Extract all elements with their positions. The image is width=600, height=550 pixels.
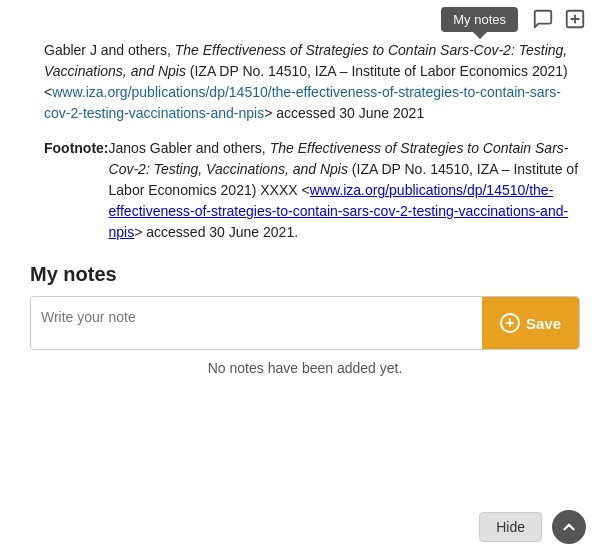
plus-circle-icon: + xyxy=(500,313,520,333)
add-note-icon-btn[interactable] xyxy=(560,6,590,32)
footnote-row: Footnote: Janos Gabler and others, The E… xyxy=(44,138,580,243)
content-area: Gabler J and others, The Effectiveness o… xyxy=(0,36,600,253)
save-label: Save xyxy=(526,315,561,332)
citation-authors: Gabler J and others, xyxy=(44,42,175,58)
my-notes-tooltip: My notes xyxy=(441,7,518,32)
tooltip-label: My notes xyxy=(453,12,506,27)
citation-accessed: > accessed 30 June 2021 xyxy=(264,105,424,121)
top-bar: My notes xyxy=(0,0,600,36)
save-button[interactable]: + Save xyxy=(482,297,579,349)
footnote-section: Footnote: Janos Gabler and others, The E… xyxy=(44,138,580,243)
scroll-to-top-button[interactable] xyxy=(552,510,586,544)
bottom-bar: Hide xyxy=(465,504,600,550)
citation-paragraph: Gabler J and others, The Effectiveness o… xyxy=(44,40,580,124)
footnote-accessed: > accessed 30 June 2021. xyxy=(134,224,298,240)
add-note-icon xyxy=(564,8,586,30)
footnote-authors: Janos Gabler and others, xyxy=(109,140,270,156)
footnote-content: Janos Gabler and others, The Effectivene… xyxy=(109,138,580,243)
comment-icon-btn[interactable] xyxy=(528,6,558,32)
footnote-label: Footnote: xyxy=(44,138,109,159)
my-notes-title: My notes xyxy=(30,263,580,286)
no-notes-text: No notes have been added yet. xyxy=(30,360,580,376)
my-notes-section: My notes + Save No notes have been added… xyxy=(0,253,600,396)
comment-icon xyxy=(532,8,554,30)
note-input-area: + Save xyxy=(30,296,580,350)
chevron-up-icon xyxy=(560,518,578,536)
note-textarea[interactable] xyxy=(31,297,482,349)
hide-button[interactable]: Hide xyxy=(479,512,542,542)
